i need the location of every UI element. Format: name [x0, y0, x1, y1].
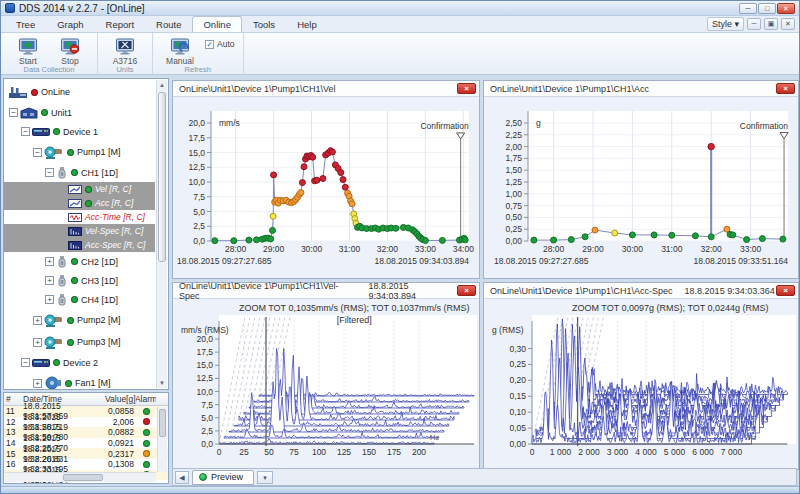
stop-button[interactable]: Stop — [49, 35, 91, 66]
status-dot-green — [65, 380, 72, 387]
tree-item-label: CH4 [1D] — [81, 295, 118, 305]
status-dot-green — [67, 317, 74, 324]
tree-item-acc-r-c[interactable]: Acc [R, C] — [4, 196, 155, 210]
menu-tab-tree[interactable]: Tree — [5, 16, 46, 32]
plant-icon — [8, 85, 28, 99]
menu-tab-help[interactable]: Help — [286, 16, 328, 32]
expand-icon[interactable]: + — [45, 295, 54, 304]
table-horizontal-scrollbar[interactable] — [5, 472, 156, 482]
tree-item-acc-spec-r-c[interactable]: Acc-Spec [R, C] — [4, 238, 155, 252]
tree-item-vel-r-c[interactable]: Vel [R, C] — [4, 182, 155, 196]
table-header-[interactable]: # — [4, 394, 21, 404]
collapse-icon[interactable]: − — [21, 358, 30, 367]
tree-item-fan1-m[interactable]: +Fan1 [M] — [4, 372, 155, 389]
ribbon-group-label: Data Collection — [1, 65, 97, 74]
svg-text:2,5: 2,5 — [201, 426, 213, 436]
tree-item-ch4-1d[interactable]: +CH4 [1D] — [4, 290, 155, 309]
tree-vertical-scrollbar[interactable]: ▲ ▼ — [156, 80, 167, 388]
menu-tabs: TreeGraphReportRouteOnlineToolsHelp — [5, 16, 328, 32]
svg-text:0,00: 0,00 — [509, 439, 526, 449]
maximize-button[interactable]: □ — [758, 3, 776, 14]
start-button[interactable]: Start — [7, 35, 49, 66]
tree-item-unit1[interactable]: −Unit1 — [4, 103, 155, 122]
collapse-icon[interactable]: − — [21, 127, 30, 136]
menu-tab-graph[interactable]: Graph — [46, 16, 94, 32]
table-vscroll-thumb[interactable] — [159, 409, 166, 437]
app-window: DDS 2014 v 2.2.7 - [OnLine] ─ □ ✕ TreeGr… — [0, 0, 800, 494]
table-header-value-g[interactable]: Value[g] — [103, 394, 136, 404]
scroll-down-arrow-icon[interactable]: ▼ — [157, 378, 167, 388]
chart-close-button-vel-spec[interactable]: × — [457, 285, 476, 296]
svg-text:25: 25 — [239, 447, 249, 457]
tree-item-device-1[interactable]: −Device 1 — [4, 122, 155, 141]
mdi-minimize-button[interactable]: ─ — [747, 18, 761, 30]
a3716-button[interactable]: A3716 — [104, 35, 146, 66]
menu-tab-report[interactable]: Report — [95, 16, 146, 32]
style-dropdown[interactable]: Style ▾ — [707, 17, 744, 31]
svg-text:20,0: 20,0 — [196, 334, 213, 344]
expand-icon[interactable]: + — [45, 257, 54, 266]
menu-tab-route[interactable]: Route — [145, 16, 192, 32]
cell-value: 0,0858 — [103, 406, 136, 416]
menu-tab-tools[interactable]: Tools — [242, 16, 286, 32]
expand-icon[interactable]: + — [33, 316, 42, 325]
tree-item-pump3-m[interactable]: +Pump3 [M] — [4, 331, 155, 353]
tree-scroll-thumb[interactable] — [158, 92, 166, 262]
expand-icon[interactable]: + — [45, 276, 54, 285]
minimize-button[interactable]: ─ — [739, 3, 757, 14]
table-header-alarm[interactable]: Alarm — [136, 394, 156, 404]
manual-button[interactable]: Manual — [159, 35, 201, 66]
scroll-up-arrow-icon[interactable]: ▲ — [157, 80, 167, 90]
tree-item-vel-spec-r-c[interactable]: Vel-Spec [R, C] — [4, 224, 155, 238]
svg-text:mm/s: mm/s — [219, 118, 240, 128]
svg-text:0,25: 0,25 — [509, 359, 526, 369]
expand-icon[interactable]: + — [33, 379, 42, 388]
mdi-close-button[interactable]: ✕ — [781, 18, 795, 30]
tab-nav-left-arrow-icon[interactable]: ◀ — [175, 471, 189, 484]
tree-item-online[interactable]: OnLine — [4, 81, 155, 103]
svg-text:10,0: 10,0 — [196, 387, 213, 397]
cell-num: 11 — [4, 406, 21, 416]
svg-text:0,20: 0,20 — [509, 375, 526, 385]
chart-title-acc-trend: OnLine\Unit1\Device 1\Pump1\CH1\Acc — [490, 84, 649, 94]
ribbon-group-units: A3716Units — [98, 33, 153, 74]
channel-icon — [56, 274, 68, 287]
svg-text:ZOOM TOT 0,0097g (RMS); TOT 0,: ZOOM TOT 0,0097g (RMS); TOT 0,0244g (RMS… — [572, 303, 769, 313]
mdi-restore-button[interactable]: ▣ — [764, 18, 778, 30]
spec-icon — [68, 227, 82, 236]
tree-item-ch2-1d[interactable]: +CH2 [1D] — [4, 252, 155, 271]
main-area: OnLine−Unit1−Device 1−Pump1 [M]−CH1 [1D]… — [1, 76, 799, 486]
chart-close-button-acc-trend[interactable]: × — [776, 83, 795, 94]
svg-text:34:00: 34:00 — [453, 244, 475, 254]
svg-text:1,50: 1,50 — [505, 165, 522, 175]
tree-item-pump2-m[interactable]: +Pump2 [M] — [4, 309, 155, 331]
auto-checkbox-box[interactable]: ✓ — [205, 40, 214, 49]
collapse-icon[interactable]: − — [45, 168, 54, 177]
status-dot-green — [53, 359, 60, 366]
tree-item-acc-time-r-c[interactable]: Acc-Time [R, C] — [4, 210, 155, 224]
status-dot-green — [67, 149, 74, 156]
left-panel: OnLine−Unit1−Device 1−Pump1 [M]−CH1 [1D]… — [3, 78, 169, 484]
chart-close-button-acc-spec[interactable]: × — [776, 285, 795, 296]
tree-item-pump1-m[interactable]: −Pump1 [M] — [4, 141, 155, 163]
collapse-icon[interactable]: − — [33, 148, 42, 157]
cell-value: 0,2317 — [103, 449, 136, 459]
bottom-tab-bar: ◀ Preview ▾ — [172, 468, 797, 486]
cell-value: 0,0882 — [103, 427, 136, 437]
chart-close-button-vel-trend[interactable]: × — [457, 83, 476, 94]
svg-text:32:00: 32:00 — [377, 244, 399, 254]
table-vertical-scrollbar[interactable] — [157, 407, 167, 472]
tree-item-ch3-1d[interactable]: +CH3 [1D] — [4, 271, 155, 290]
expand-icon[interactable]: + — [33, 338, 42, 347]
tree-item-ch1-1d[interactable]: −CH1 [1D] — [4, 163, 155, 182]
close-button[interactable]: ✕ — [777, 3, 795, 14]
svg-text:0,10: 0,10 — [509, 407, 526, 417]
table-hscroll-thumb[interactable] — [63, 474, 103, 481]
menu-tab-online[interactable]: Online — [192, 16, 241, 32]
auto-checkbox[interactable]: ✓Auto — [205, 39, 235, 49]
collapse-icon[interactable]: − — [9, 108, 18, 117]
tab-dropdown-icon[interactable]: ▾ — [257, 471, 273, 484]
chart-title-acc-spec: OnLine\Unit1\Device 1\Pump1\CH1\Acc-Spec — [490, 286, 673, 296]
tree-item-device-2[interactable]: −Device 2 — [4, 353, 155, 372]
tab-preview[interactable]: Preview — [192, 470, 254, 485]
